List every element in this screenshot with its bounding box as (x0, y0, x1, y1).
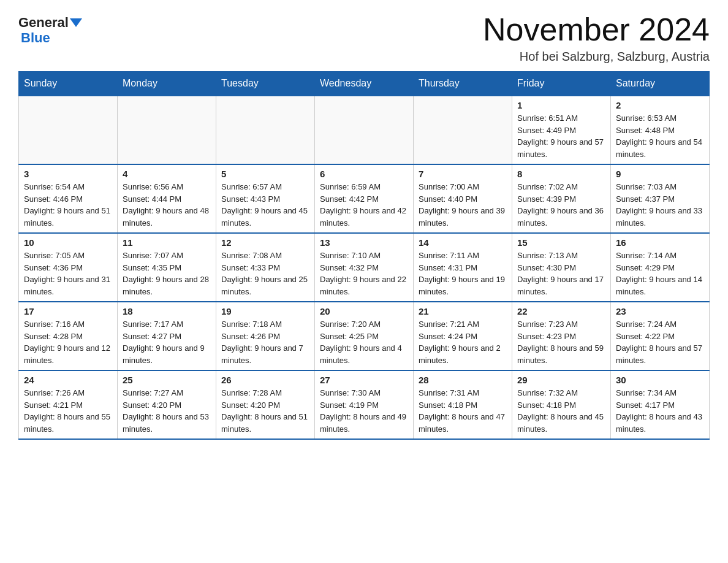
day-number: 25 (123, 375, 211, 385)
day-info: Sunrise: 7:02 AMSunset: 4:39 PMDaylight:… (517, 181, 605, 229)
day-number: 16 (616, 237, 704, 248)
calendar-cell: 16Sunrise: 7:14 AMSunset: 4:29 PMDayligh… (611, 233, 710, 302)
day-number: 29 (517, 375, 605, 385)
day-info: Sunrise: 6:54 AMSunset: 4:46 PMDaylight:… (24, 181, 112, 229)
day-info: Sunrise: 7:07 AMSunset: 4:35 PMDaylight:… (123, 250, 211, 297)
calendar-cell: 29Sunrise: 7:32 AMSunset: 4:18 PMDayligh… (512, 370, 611, 439)
calendar-cell (19, 96, 118, 164)
calendar-cell: 19Sunrise: 7:18 AMSunset: 4:26 PMDayligh… (216, 302, 315, 370)
day-info: Sunrise: 7:34 AMSunset: 4:17 PMDaylight:… (616, 387, 704, 435)
calendar-cell: 7Sunrise: 7:00 AMSunset: 4:40 PMDaylight… (414, 164, 512, 233)
calendar-cell (315, 96, 414, 164)
day-info: Sunrise: 7:23 AMSunset: 4:23 PMDaylight:… (517, 318, 605, 366)
calendar-table: SundayMondayTuesdayWednesdayThursdayFrid… (18, 71, 710, 440)
logo-text-blue: Blue (21, 30, 50, 46)
day-info: Sunrise: 6:57 AMSunset: 4:43 PMDaylight:… (221, 181, 309, 229)
calendar-cell (118, 96, 216, 164)
day-number: 14 (419, 237, 507, 248)
page-header: General Blue November 2024 Hof bei Salzb… (18, 12, 710, 64)
week-row-1: 1Sunrise: 6:51 AMSunset: 4:49 PMDaylight… (19, 96, 710, 164)
day-number: 11 (123, 237, 211, 248)
calendar-cell: 2Sunrise: 6:53 AMSunset: 4:48 PMDaylight… (611, 96, 710, 164)
day-info: Sunrise: 7:05 AMSunset: 4:36 PMDaylight:… (24, 250, 112, 297)
weekday-header-friday: Friday (512, 72, 611, 96)
day-number: 18 (123, 306, 211, 316)
day-info: Sunrise: 7:20 AMSunset: 4:25 PMDaylight:… (320, 318, 408, 366)
day-info: Sunrise: 7:32 AMSunset: 4:18 PMDaylight:… (517, 387, 605, 435)
day-number: 28 (419, 375, 507, 385)
day-number: 20 (320, 306, 408, 316)
day-number: 21 (419, 306, 507, 316)
day-number: 1 (517, 100, 605, 110)
day-number: 7 (419, 169, 507, 179)
week-row-4: 17Sunrise: 7:16 AMSunset: 4:28 PMDayligh… (19, 302, 710, 370)
day-info: Sunrise: 7:27 AMSunset: 4:20 PMDaylight:… (123, 387, 211, 435)
logo-text-general: General (18, 15, 69, 30)
logo-arrow-icon (70, 18, 82, 27)
day-info: Sunrise: 6:53 AMSunset: 4:48 PMDaylight:… (616, 112, 704, 160)
calendar-cell: 15Sunrise: 7:13 AMSunset: 4:30 PMDayligh… (512, 233, 611, 302)
calendar-cell: 1Sunrise: 6:51 AMSunset: 4:49 PMDaylight… (512, 96, 611, 164)
day-number: 22 (517, 306, 605, 316)
title-block: November 2024 Hof bei Salzburg, Salzburg… (483, 12, 710, 64)
calendar-cell: 6Sunrise: 6:59 AMSunset: 4:42 PMDaylight… (315, 164, 414, 233)
calendar-cell: 4Sunrise: 6:56 AMSunset: 4:44 PMDaylight… (118, 164, 216, 233)
day-info: Sunrise: 6:59 AMSunset: 4:42 PMDaylight:… (320, 181, 408, 229)
calendar-cell (216, 96, 315, 164)
weekday-header-sunday: Sunday (19, 72, 118, 96)
calendar-cell: 22Sunrise: 7:23 AMSunset: 4:23 PMDayligh… (512, 302, 611, 370)
calendar-cell: 25Sunrise: 7:27 AMSunset: 4:20 PMDayligh… (118, 370, 216, 439)
calendar-cell: 5Sunrise: 6:57 AMSunset: 4:43 PMDaylight… (216, 164, 315, 233)
day-info: Sunrise: 7:00 AMSunset: 4:40 PMDaylight:… (419, 181, 507, 229)
calendar-cell: 13Sunrise: 7:10 AMSunset: 4:32 PMDayligh… (315, 233, 414, 302)
day-info: Sunrise: 7:28 AMSunset: 4:20 PMDaylight:… (221, 387, 309, 435)
calendar-cell: 26Sunrise: 7:28 AMSunset: 4:20 PMDayligh… (216, 370, 315, 439)
day-number: 9 (616, 169, 704, 179)
weekday-header-row: SundayMondayTuesdayWednesdayThursdayFrid… (19, 72, 710, 96)
calendar-cell: 23Sunrise: 7:24 AMSunset: 4:22 PMDayligh… (611, 302, 710, 370)
day-info: Sunrise: 7:31 AMSunset: 4:18 PMDaylight:… (419, 387, 507, 435)
calendar-cell: 21Sunrise: 7:21 AMSunset: 4:24 PMDayligh… (414, 302, 512, 370)
day-info: Sunrise: 7:08 AMSunset: 4:33 PMDaylight:… (221, 250, 309, 297)
day-number: 30 (616, 375, 704, 385)
weekday-header-tuesday: Tuesday (216, 72, 315, 96)
location: Hof bei Salzburg, Salzburg, Austria (483, 50, 710, 64)
calendar-cell: 11Sunrise: 7:07 AMSunset: 4:35 PMDayligh… (118, 233, 216, 302)
day-number: 3 (24, 169, 112, 179)
calendar-cell: 18Sunrise: 7:17 AMSunset: 4:27 PMDayligh… (118, 302, 216, 370)
calendar-cell (414, 96, 512, 164)
week-row-5: 24Sunrise: 7:26 AMSunset: 4:21 PMDayligh… (19, 370, 710, 439)
calendar-cell: 24Sunrise: 7:26 AMSunset: 4:21 PMDayligh… (19, 370, 118, 439)
day-number: 12 (221, 237, 309, 248)
logo: General Blue (18, 12, 82, 46)
day-number: 5 (221, 169, 309, 179)
day-info: Sunrise: 7:13 AMSunset: 4:30 PMDaylight:… (517, 250, 605, 297)
calendar-cell: 8Sunrise: 7:02 AMSunset: 4:39 PMDaylight… (512, 164, 611, 233)
month-title: November 2024 (483, 12, 710, 47)
day-number: 10 (24, 237, 112, 248)
day-number: 15 (517, 237, 605, 248)
day-number: 27 (320, 375, 408, 385)
day-number: 4 (123, 169, 211, 179)
calendar-cell: 28Sunrise: 7:31 AMSunset: 4:18 PMDayligh… (414, 370, 512, 439)
day-number: 17 (24, 306, 112, 316)
calendar-cell: 27Sunrise: 7:30 AMSunset: 4:19 PMDayligh… (315, 370, 414, 439)
calendar-cell: 30Sunrise: 7:34 AMSunset: 4:17 PMDayligh… (611, 370, 710, 439)
day-number: 8 (517, 169, 605, 179)
calendar-cell: 12Sunrise: 7:08 AMSunset: 4:33 PMDayligh… (216, 233, 315, 302)
day-info: Sunrise: 7:18 AMSunset: 4:26 PMDaylight:… (221, 318, 309, 366)
day-info: Sunrise: 7:26 AMSunset: 4:21 PMDaylight:… (24, 387, 112, 435)
week-row-2: 3Sunrise: 6:54 AMSunset: 4:46 PMDaylight… (19, 164, 710, 233)
weekday-header-saturday: Saturday (611, 72, 710, 96)
day-info: Sunrise: 7:21 AMSunset: 4:24 PMDaylight:… (419, 318, 507, 366)
day-info: Sunrise: 7:16 AMSunset: 4:28 PMDaylight:… (24, 318, 112, 366)
weekday-header-thursday: Thursday (414, 72, 512, 96)
day-info: Sunrise: 7:11 AMSunset: 4:31 PMDaylight:… (419, 250, 507, 297)
day-info: Sunrise: 6:56 AMSunset: 4:44 PMDaylight:… (123, 181, 211, 229)
calendar-cell: 10Sunrise: 7:05 AMSunset: 4:36 PMDayligh… (19, 233, 118, 302)
day-number: 26 (221, 375, 309, 385)
weekday-header-wednesday: Wednesday (315, 72, 414, 96)
day-info: Sunrise: 7:24 AMSunset: 4:22 PMDaylight:… (616, 318, 704, 366)
day-info: Sunrise: 7:17 AMSunset: 4:27 PMDaylight:… (123, 318, 211, 366)
day-info: Sunrise: 6:51 AMSunset: 4:49 PMDaylight:… (517, 112, 605, 160)
